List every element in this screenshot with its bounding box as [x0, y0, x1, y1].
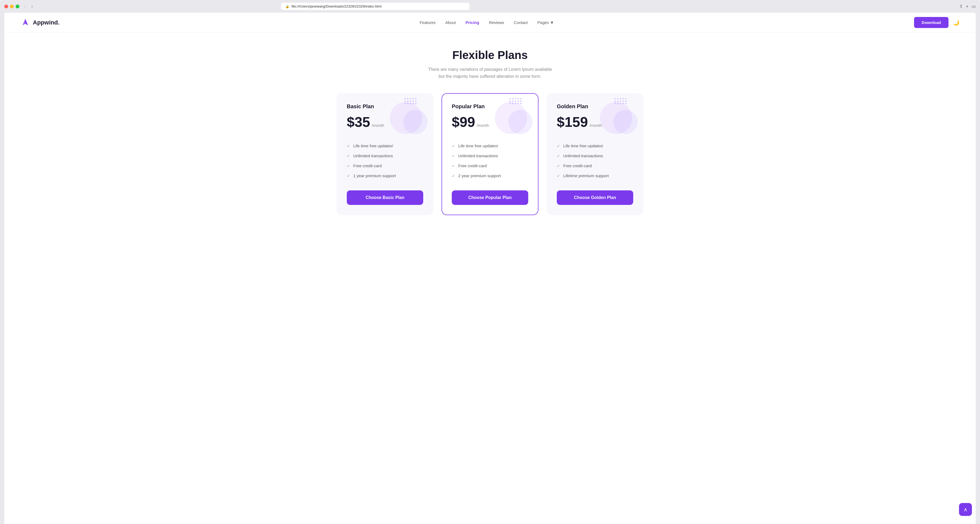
traffic-lights [4, 5, 19, 8]
basic-feature-4: ✓ 1 year premium support [347, 171, 423, 181]
nav-pricing[interactable]: Pricing [466, 20, 479, 25]
popular-feature-2: ✓ Unlimited transactions [452, 151, 528, 161]
browser-nav: ‹ › [22, 3, 35, 10]
golden-price-amount: $159 [557, 114, 588, 130]
navbar: Appwind. Features About Pricing Reviews … [4, 13, 976, 33]
minimize-button[interactable] [10, 5, 14, 8]
golden-feature-3: ✓ Free credit-card [557, 161, 633, 171]
popular-feature-1: ✓ Life time free updates! [452, 141, 528, 151]
basic-plan-price: $35 /month [347, 114, 423, 130]
nav-features[interactable]: Features [420, 20, 436, 25]
check-icon: ✓ [557, 174, 560, 178]
chevron-up-icon: ∧ [964, 506, 967, 513]
browser-titlebar: ‹ › 🔒 file:///Users/janewang/Downloads/2… [4, 3, 976, 13]
popular-plan-card: Popular Plan $99 /month ✓ Life time free… [442, 93, 538, 215]
lock-icon: 🔒 [285, 5, 290, 8]
popular-plan-features: ✓ Life time free updates! ✓ Unlimited tr… [452, 141, 528, 181]
basic-plan-card: Basic Plan $35 /month ✓ Life time free u… [337, 93, 433, 215]
pricing-cards: Basic Plan $35 /month ✓ Life time free u… [21, 93, 959, 215]
choose-golden-button[interactable]: Choose Golden Plan [557, 190, 633, 205]
logo-text: Appwind. [33, 19, 59, 26]
section-subtitle: There are many variations of passages of… [21, 66, 959, 80]
check-icon: ✓ [557, 164, 560, 168]
basic-feature-2: ✓ Unlimited transactions [347, 151, 423, 161]
basic-plan-features: ✓ Life time free updates! ✓ Unlimited tr… [347, 141, 423, 181]
close-button[interactable] [4, 5, 8, 8]
check-icon: ✓ [452, 164, 455, 168]
sidebar-icon[interactable]: ▭ [972, 4, 976, 9]
check-icon: ✓ [347, 154, 350, 158]
basic-plan-name: Basic Plan [347, 104, 423, 110]
section-header: Flexible Plans There are many variations… [21, 49, 959, 80]
golden-feature-4: ✓ Lifetime premium support [557, 171, 633, 181]
golden-feature-1: ✓ Life time free updates! [557, 141, 633, 151]
golden-price-period: /month [590, 123, 602, 127]
golden-plan-price: $159 /month [557, 114, 633, 130]
basic-price-amount: $35 [347, 114, 370, 130]
basic-feature-1: ✓ Life time free updates! [347, 141, 423, 151]
basic-price-period: /month [372, 123, 384, 127]
golden-feature-2: ✓ Unlimited transactions [557, 151, 633, 161]
choose-basic-button[interactable]: Choose Basic Plan [347, 190, 423, 205]
new-tab-icon[interactable]: + [966, 4, 969, 9]
nav-contact[interactable]: Contact [514, 20, 528, 25]
choose-popular-button[interactable]: Choose Popular Plan [452, 190, 528, 205]
share-icon[interactable]: ⇪ [959, 4, 963, 9]
address-bar[interactable]: 🔒 file:///Users/janewang/Downloads/22329… [281, 3, 469, 10]
golden-plan-card: Golden Plan $159 /month ✓ Life time free… [547, 93, 643, 215]
dark-mode-toggle[interactable]: 🌙 [953, 19, 959, 26]
nav-reviews[interactable]: Reviews [489, 20, 504, 25]
popular-feature-3: ✓ Free credit-card [452, 161, 528, 171]
popular-price-period: /month [477, 123, 489, 127]
check-icon: ✓ [347, 144, 350, 148]
popular-plan-price: $99 /month [452, 114, 528, 130]
browser-content: Appwind. Features About Pricing Reviews … [4, 13, 976, 524]
popular-price-amount: $99 [452, 114, 475, 130]
popular-feature-4: ✓ 2 year premium support [452, 171, 528, 181]
logo[interactable]: Appwind. [21, 18, 59, 27]
maximize-button[interactable] [16, 5, 19, 8]
scroll-to-top-button[interactable]: ∧ [959, 503, 972, 516]
basic-feature-3: ✓ Free credit-card [347, 161, 423, 171]
check-icon: ✓ [347, 174, 350, 178]
nav-right: Download 🌙 [914, 17, 959, 28]
check-icon: ✓ [452, 174, 455, 178]
golden-plan-features: ✓ Life time free updates! ✓ Unlimited tr… [557, 141, 633, 181]
check-icon: ✓ [347, 164, 350, 168]
check-icon: ✓ [557, 154, 560, 158]
check-icon: ✓ [557, 144, 560, 148]
nav-about[interactable]: About [445, 20, 456, 25]
logo-icon [21, 18, 30, 27]
check-icon: ✓ [452, 144, 455, 148]
section-title: Flexible Plans [21, 49, 959, 62]
forward-button[interactable]: › [30, 3, 35, 10]
pricing-section: Flexible Plans There are many variations… [4, 33, 976, 237]
popular-plan-name: Popular Plan [452, 104, 528, 110]
nav-pages[interactable]: Pages ▼ [538, 20, 554, 25]
download-button[interactable]: Download [914, 17, 948, 28]
back-button[interactable]: ‹ [22, 3, 27, 10]
nav-links: Features About Pricing Reviews Contact P… [420, 20, 554, 25]
check-icon: ✓ [452, 154, 455, 158]
url-text: file:///Users/janewang/Downloads/22329/2… [291, 4, 382, 8]
golden-plan-name: Golden Plan [557, 104, 633, 110]
browser-actions: ⇪ + ▭ [959, 4, 976, 9]
